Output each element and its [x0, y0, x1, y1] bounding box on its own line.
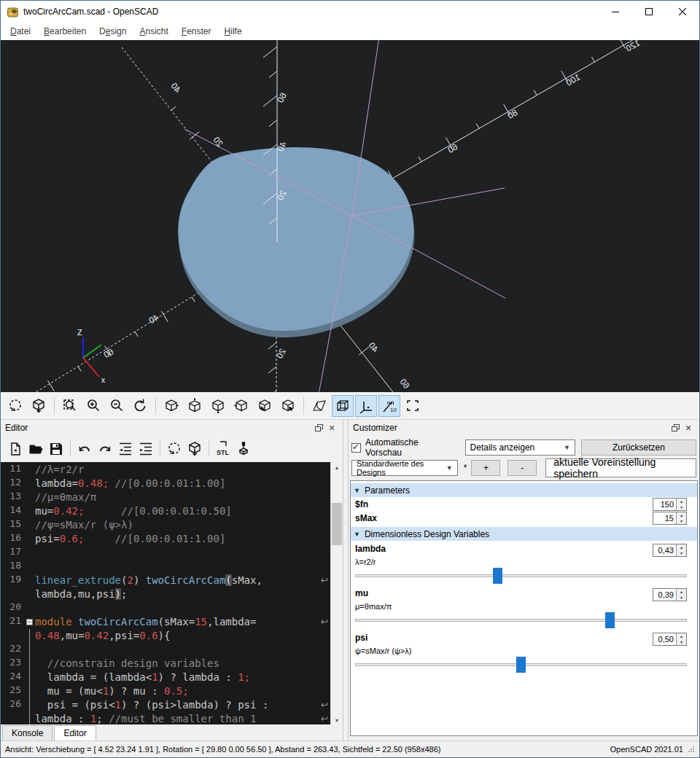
scrollbar-thumb[interactable] — [332, 503, 342, 545]
details-dropdown[interactable]: Details anzeigen ▼ — [465, 439, 575, 456]
code-row[interactable]: 21−module twoCircArcCam(sMax=15,lambda=↩ — [1, 615, 330, 629]
maximize-button[interactable] — [632, 1, 666, 23]
indent-button[interactable] — [136, 439, 156, 459]
mu-spinbox[interactable]: 0,39▲▼ — [653, 588, 687, 601]
view-left-button[interactable] — [230, 395, 252, 417]
show-axes-button[interactable] — [355, 395, 377, 417]
line-number: 14 — [1, 504, 26, 518]
view-bottom-button[interactable] — [207, 395, 229, 417]
preset-dropdown[interactable]: Standardwerte des Designs ▼ — [351, 460, 458, 476]
svg-text:STL: STL — [217, 449, 230, 456]
print-3d-button[interactable] — [233, 439, 254, 459]
psi-spinbox[interactable]: 0,50▲▼ — [653, 633, 687, 646]
editor-close-icon[interactable]: ✕ — [325, 422, 338, 434]
mu-slider-handle[interactable] — [605, 612, 615, 628]
code-row[interactable]: 23 //constrain design variables — [1, 657, 330, 671]
open-file-button[interactable] — [26, 439, 46, 459]
code-row[interactable]: 16psi=0.6; //[0.00:0.01:1.00] — [1, 532, 330, 546]
smax-spinbox[interactable]: 15▲▼ — [653, 512, 687, 525]
lambda-slider[interactable] — [355, 568, 687, 584]
save-button[interactable] — [46, 439, 66, 459]
undo-button[interactable] — [74, 439, 95, 459]
group-header-parameters[interactable]: ▼ Parameters — [351, 483, 697, 497]
new-file-button[interactable] — [5, 439, 26, 459]
tab-editor[interactable]: Editor — [54, 725, 96, 741]
spin-arrows-icon[interactable]: ▲▼ — [676, 544, 686, 556]
tab-konsole[interactable]: Konsole — [2, 725, 52, 741]
code-row[interactable]: 26 psi = (psi<1) ? (psi>lambda) ? psi :↩ — [1, 698, 330, 712]
resize-grip[interactable] — [688, 746, 695, 753]
fold-marker-icon[interactable]: − — [26, 619, 33, 625]
menu-hilfe[interactable]: Hilfe — [218, 24, 249, 39]
spin-arrows-icon[interactable]: ▲▼ — [676, 633, 686, 645]
spin-arrows-icon[interactable]: ▲▼ — [676, 499, 686, 510]
zoom-in-button[interactable] — [82, 395, 104, 417]
code-row[interactable]: 12lambda=0.48; //[0.00:0.01:1.00] — [1, 477, 330, 491]
editor-panel-header: Editor ✕ — [1, 420, 343, 436]
psi-slider[interactable] — [355, 657, 687, 673]
code-row[interactable]: 0.48,mu=0.42,psi=0.6){ — [1, 629, 330, 643]
zoom-out-button[interactable] — [106, 395, 128, 417]
add-preset-button[interactable]: + — [471, 460, 500, 476]
orthogonal-view-button[interactable] — [332, 395, 354, 417]
code-row[interactable]: 11//λ=r2/r — [1, 463, 330, 477]
code-row[interactable]: 19linear_extrude(2) twoCircArcCam(sMax,↩ — [1, 574, 330, 587]
code-row[interactable]: lambda,mu,psi); — [1, 587, 330, 601]
save-preset-button[interactable]: aktuelle Voreinstellung speichern — [545, 458, 696, 477]
reset-button[interactable]: Zurücksetzen — [581, 439, 696, 456]
show-scale-markers-button[interactable]: 10 — [378, 395, 400, 417]
code-row[interactable]: 25 mu = (mu<1) ? mu : 0.5; — [1, 684, 330, 698]
3d-viewport[interactable]: 60 80 100 120 40 60 20 40 40 60 20 40 60… — [1, 40, 699, 392]
reset-view-button[interactable] — [129, 395, 151, 417]
preview-button[interactable]: » — [4, 395, 26, 417]
menu-ansicht[interactable]: Ansicht — [133, 24, 174, 39]
menu-fenster[interactable]: Fenster — [175, 24, 218, 39]
scroll-up-icon[interactable]: ▲ — [331, 462, 343, 473]
code-editor[interactable]: 11//λ=r2/r12lambda=0.48; //[0.00:0.01:1.… — [1, 462, 343, 726]
menu-bearbeiten[interactable]: Bearbeiten — [37, 24, 93, 39]
code-row[interactable]: 13//μ=θmax/π — [1, 491, 330, 504]
render-button[interactable] — [28, 395, 50, 417]
psi-slider-handle[interactable] — [516, 657, 526, 673]
remove-preset-button[interactable]: - — [508, 460, 537, 476]
close-button[interactable] — [666, 1, 699, 23]
menu-design[interactable]: Design — [93, 24, 133, 39]
menu-datei[interactable]: Datei — [4, 24, 37, 39]
title-bar[interactable]: twoCircArcCam.scad - OpenSCAD — [1, 1, 699, 23]
code-row[interactable]: 24 lambda = (lambda<1) ? lambda : 1; — [1, 671, 330, 684]
customizer-float-icon[interactable] — [669, 422, 682, 434]
perspective-view-button[interactable] — [308, 395, 330, 417]
view-all-button[interactable] — [59, 395, 81, 417]
editor-float-icon[interactable] — [312, 422, 325, 434]
unindent-button[interactable] — [115, 439, 136, 459]
code-row[interactable]: 18 — [1, 560, 330, 574]
param-row-smax: sMax 15▲▼ — [351, 511, 697, 525]
editor-preview-button[interactable]: » — [164, 439, 184, 459]
editor-scrollbar[interactable]: ▲ ▼ — [330, 462, 343, 726]
export-stl-button[interactable]: STL — [213, 439, 233, 459]
view-right-button[interactable] — [160, 395, 182, 417]
code-row[interactable]: 15//ψ=sMax/r (ψ>λ) — [1, 518, 330, 532]
spin-arrows-icon[interactable]: ▲▼ — [676, 512, 686, 524]
details-dropdown-value: Details anzeigen — [470, 442, 535, 453]
code-row[interactable]: 14mu=0.42; //[0.00:0.01:0.50] — [1, 504, 330, 518]
group-header-design-variables[interactable]: ▼ Dimensionless Design Variables — [351, 527, 697, 541]
redo-button[interactable] — [95, 439, 115, 459]
code-row[interactable]: 17 — [1, 546, 330, 560]
view-front-button[interactable] — [254, 395, 276, 417]
lambda-slider-handle[interactable] — [493, 568, 502, 584]
code-row[interactable]: 20 — [1, 601, 330, 615]
code-row[interactable]: 22 — [1, 643, 330, 657]
auto-preview-checkbox[interactable] — [351, 443, 361, 453]
svg-text:Z: Z — [77, 328, 82, 337]
minimize-button[interactable] — [599, 1, 632, 23]
editor-render-button[interactable] — [184, 439, 205, 459]
view-center-button[interactable] — [402, 395, 424, 417]
mu-slider[interactable] — [355, 612, 687, 628]
customizer-close-icon[interactable]: ✕ — [682, 422, 695, 434]
view-top-button[interactable] — [184, 395, 206, 417]
lambda-spinbox[interactable]: 0,43▲▼ — [653, 544, 687, 557]
view-back-button[interactable] — [277, 395, 299, 417]
spin-arrows-icon[interactable]: ▲▼ — [676, 589, 686, 601]
fn-spinbox[interactable]: 150▲▼ — [653, 498, 687, 511]
